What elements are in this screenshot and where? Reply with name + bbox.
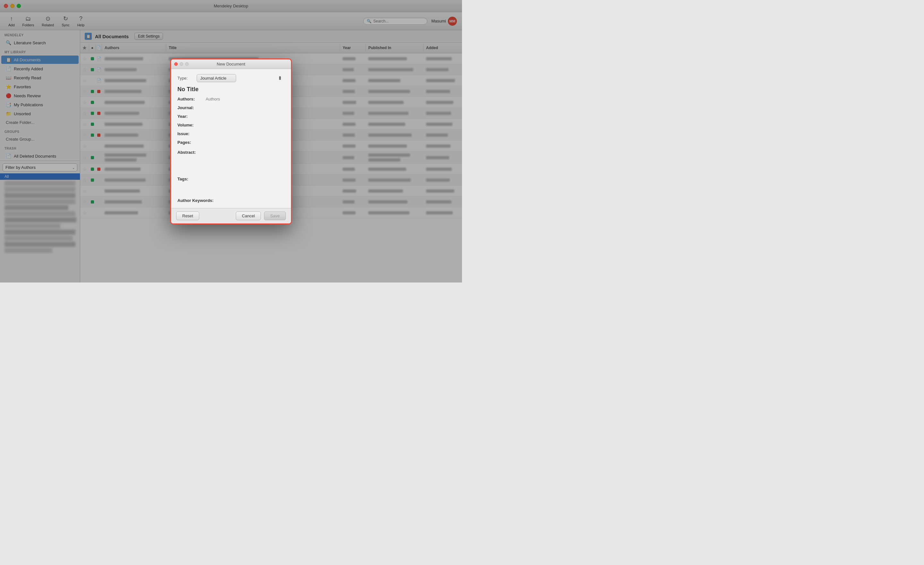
reset-button[interactable]: Reset: [176, 212, 199, 220]
new-document-dialog: New Document Type: Journal Article ⬍ No …: [170, 59, 292, 224]
type-label: Type:: [177, 76, 194, 81]
volume-label: Volume:: [177, 123, 203, 128]
type-select-wrapper: Journal Article ⬍: [196, 74, 285, 82]
authors-input[interactable]: [206, 97, 285, 101]
type-select-arrow: ⬍: [278, 75, 282, 81]
pages-label: Pages:: [177, 140, 203, 145]
dialog-title: New Document: [217, 62, 245, 66]
modal-overlay: New Document Type: Journal Article ⬍ No …: [0, 0, 462, 282]
type-row: Type: Journal Article ⬍: [177, 74, 285, 82]
journal-input[interactable]: [206, 105, 285, 110]
authors-field: Authors:: [177, 97, 285, 101]
volume-field: Volume:: [177, 123, 285, 128]
save-button[interactable]: Save: [264, 212, 286, 220]
issue-field: Issue:: [177, 131, 285, 136]
cancel-button[interactable]: Cancel: [236, 212, 261, 220]
dialog-maximize-button[interactable]: [185, 62, 189, 66]
abstract-label: Abstract:: [177, 150, 285, 155]
issue-input[interactable]: [206, 131, 285, 136]
tags-label: Tags:: [177, 177, 285, 181]
journal-label: Journal:: [177, 105, 203, 110]
document-title: No Title: [177, 86, 285, 93]
pages-input[interactable]: [206, 140, 285, 145]
dialog-footer: Reset Cancel Save: [171, 208, 291, 224]
authors-label: Authors:: [177, 97, 203, 101]
year-field: Year:: [177, 114, 285, 119]
volume-input[interactable]: [206, 123, 285, 128]
issue-label: Issue:: [177, 131, 203, 136]
pages-field: Pages:: [177, 140, 285, 145]
journal-field: Journal:: [177, 105, 285, 110]
type-select[interactable]: Journal Article: [196, 74, 236, 82]
dialog-body: Type: Journal Article ⬍ No Title Authors…: [171, 69, 291, 208]
keywords-label: Author Keywords:: [177, 198, 285, 203]
dialog-traffic-lights: [174, 62, 189, 66]
dialog-titlebar: New Document: [171, 59, 291, 69]
year-input[interactable]: [206, 114, 285, 119]
dialog-close-button[interactable]: [174, 62, 178, 66]
year-label: Year:: [177, 114, 203, 119]
dialog-minimize-button[interactable]: [180, 62, 183, 66]
